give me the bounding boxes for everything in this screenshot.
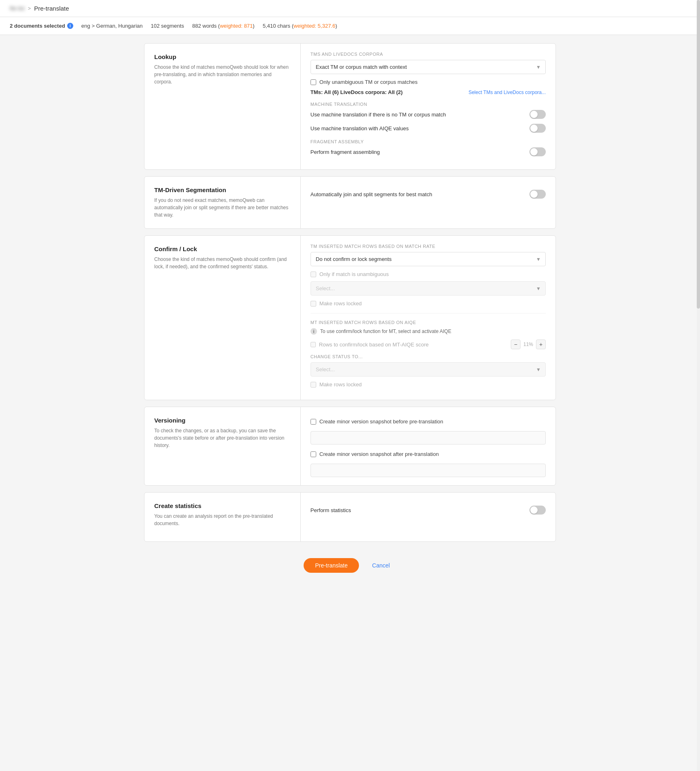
version-before-checkbox[interactable] [311,419,316,425]
versioning-description: To check the changes, or as a backup, yo… [154,427,291,449]
tms-link[interactable]: Select TMs and LiveDocs corpora... [468,90,546,95]
mt-toggle2[interactable] [529,124,546,133]
mt-info-text: To use confirm/lock function for MT, sel… [320,329,451,334]
unambiguous-checkbox-row: Only unambiguous TM or corpus matches [311,79,546,85]
fragment-toggle-label: Perform fragment assembling [311,149,380,155]
tms-select-wrapper: Exact TM or corpus match with context ▼ [311,60,546,74]
unambiguous-label: Only unambiguous TM or corpus matches [319,79,418,85]
version-after-label: Create minor version snapshot after pre-… [319,451,439,457]
lookup-description: Choose the kind of matches memoQweb shou… [154,64,291,85]
mt-toggle1[interactable] [529,110,546,119]
statistics-description: You can create an analysis report on the… [154,513,291,527]
make-rows-locked-checkbox2[interactable] [311,382,316,388]
statistics-right: Perform statistics [301,493,556,541]
divider1 [311,313,546,313]
info-icon: i [67,23,73,29]
make-rows-locked-label1: Make rows locked [319,300,362,307]
tm-seg-left: TM-Driven Segmentation If you do not nee… [144,177,301,228]
doc-count: 2 documents selected i [10,23,73,29]
action-buttons: Pre-translate Cancel [144,548,556,586]
pretranslate-button[interactable]: Pre-translate [304,558,359,573]
confirm-status-select[interactable]: Select... [311,281,546,296]
score-value: 11% [522,342,534,347]
version-after-checkbox[interactable] [311,451,316,457]
lang-pair: eng > German, Hungarian [81,23,143,29]
mt-info-row: i To use confirm/lock function for MT, s… [311,328,546,335]
statistics-title: Create statistics [154,502,291,509]
lookup-title: Lookup [154,53,291,60]
confirm-unambiguous-checkbox[interactable] [311,272,316,277]
tm-seg-description: If you do not need exact matches, memoQw… [154,197,291,219]
confirm-unambiguous-label: Only if match is unambiguous [319,271,389,277]
lookup-left: Lookup Choose the kind of matches memoQw… [144,44,301,169]
tms-info-row: TMs: All (6) LiveDocs corpora: All (2) S… [311,89,546,95]
fragment-toggle-row: Perform fragment assembling [311,147,546,156]
score-decrease-button[interactable]: − [511,340,521,349]
version-before-input[interactable] [311,431,546,445]
score-row: Rows to confirm/lock based on MT-AIQE sc… [311,340,546,349]
tm-seg-toggle-row: Automatically join and split segments fo… [311,190,546,199]
version-after-row: Create minor version snapshot after pre-… [311,451,546,457]
change-status-select[interactable]: Select... [311,362,546,377]
score-label: Rows to confirm/lock based on MT-AIQE sc… [319,342,429,348]
lookup-right: TMS AND LIVEDOCS CORPORA Exact TM or cor… [301,44,556,169]
tm-seg-toggle[interactable] [529,190,546,199]
make-rows-locked-row2: Make rows locked [311,381,546,388]
confirm-select[interactable]: Do not confirm or lock segments [311,252,546,266]
statistics-section: Create statistics You can create an anal… [144,492,556,542]
make-rows-locked-label2: Make rows locked [319,381,362,388]
char-count: 5,410 chars (weighted: 5,327.6) [262,23,337,29]
statistics-left: Create statistics You can create an anal… [144,493,301,541]
change-status-label: CHANGE STATUS TO... [311,354,546,359]
confirm-lock-description: Choose the kind of matches memoQweb shou… [154,256,291,270]
make-rows-locked-checkbox1[interactable] [311,301,316,307]
doc-info-bar: 2 documents selected i eng > German, Hun… [0,17,700,35]
statistics-toggle-row: Perform statistics [311,506,546,515]
score-increase-button[interactable]: + [536,340,546,349]
score-stepper: − 11% + [511,340,546,349]
statistics-toggle[interactable] [529,506,546,515]
tms-label: TMS AND LIVEDOCS CORPORA [311,52,546,57]
mt-aiqe-label: MT INSERTED MATCH ROWS BASED ON AIQE [311,320,546,325]
lookup-section: Lookup Choose the kind of matches memoQw… [144,43,556,170]
statistics-toggle-label: Perform statistics [311,507,351,513]
mt-label: MACHINE TRANSLATION [311,102,546,107]
tm-seg-title: TM-Driven Segmentation [154,186,291,193]
breadcrumb-separator: > [28,5,31,11]
confirm-unambiguous-row: Only if match is unambiguous [311,271,546,277]
fragment-toggle[interactable] [529,147,546,156]
top-bar: file list > Pre-translate [0,0,700,17]
mt-toggle1-row: Use machine translation if there is no T… [311,110,546,119]
version-after-input[interactable] [311,464,546,477]
tm-segmentation-section: TM-Driven Segmentation If you do not nee… [144,176,556,229]
main-content: Lookup Choose the kind of matches memoQw… [134,35,566,594]
score-checkbox[interactable] [311,342,316,347]
info-circle-icon: i [311,328,317,335]
versioning-title: Versioning [154,417,291,424]
confirm-lock-left: Confirm / Lock Choose the kind of matche… [144,236,301,400]
make-rows-locked-row1: Make rows locked [311,300,546,307]
breadcrumb-current: Pre-translate [34,5,69,12]
change-status-select-wrapper: Select... ▼ [311,362,546,377]
breadcrumb-parent: file list [10,5,24,11]
word-count: 882 words (weighted: 871) [192,23,254,29]
mt-toggle1-label: Use machine translation if there is no T… [311,112,446,118]
confirm-lock-right: TM INSERTED MATCH ROWS BASED ON MATCH RA… [301,236,556,400]
fragment-label: FRAGMENT ASSEMBLY [311,139,546,144]
tm-seg-toggle-label: Automatically join and split segments fo… [311,191,432,197]
scrollbar-thumb[interactable] [697,0,700,309]
unambiguous-checkbox[interactable] [311,79,316,85]
versioning-right: Create minor version snapshot before pre… [301,407,556,485]
confirm-lock-section: Confirm / Lock Choose the kind of matche… [144,235,556,400]
mt-toggle2-row: Use machine translation with AIQE values [311,124,546,133]
versioning-left: Versioning To check the changes, or as a… [144,407,301,485]
cancel-button[interactable]: Cancel [365,558,396,573]
version-before-label: Create minor version snapshot before pre… [319,418,443,425]
confirm-select-wrapper: Do not confirm or lock segments ▼ [311,252,546,266]
tms-select[interactable]: Exact TM or corpus match with context [311,60,546,74]
tms-info-text: TMs: All (6) LiveDocs corpora: All (2) [311,89,403,95]
confirm-lock-title: Confirm / Lock [154,245,291,252]
confirm-status-select-wrapper: Select... ▼ [311,281,546,296]
version-before-row: Create minor version snapshot before pre… [311,418,546,425]
tm-seg-right: Automatically join and split segments fo… [301,177,556,228]
